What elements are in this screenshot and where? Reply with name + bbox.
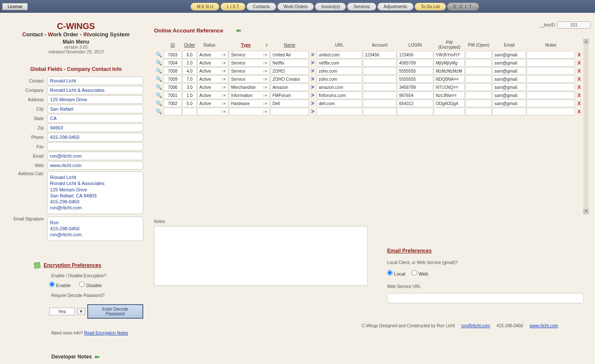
magnify-icon[interactable]: 🔍	[154, 91, 163, 99]
cell-email[interactable]	[492, 108, 526, 115]
exit-button[interactable]: E X I T	[447, 3, 479, 11]
cell-account[interactable]	[363, 59, 397, 67]
cell-notes[interactable]	[527, 83, 575, 91]
require-password-select[interactable]: Yes	[49, 308, 75, 315]
goto-icon[interactable]: >	[309, 59, 316, 67]
magnify-icon[interactable]: 🔍	[154, 67, 163, 75]
cell-pw-open[interactable]	[465, 108, 492, 115]
delete-icon[interactable]: X	[575, 108, 583, 115]
web-radio[interactable]	[411, 270, 417, 276]
state-input[interactable]	[47, 114, 143, 123]
cell-account[interactable]	[363, 83, 397, 91]
cell-pw-enc[interactable]: NDQ0NA==	[434, 75, 465, 83]
cell-id[interactable]: 7002	[163, 100, 182, 107]
company-input[interactable]	[47, 86, 143, 94]
cell-id[interactable]: 7003	[163, 51, 182, 59]
col-email[interactable]: Email	[492, 39, 526, 50]
cell-status[interactable]: Active	[197, 59, 228, 67]
cell-email[interactable]: sam@gmail.	[492, 100, 526, 107]
cell-pw-open[interactable]	[465, 67, 492, 75]
cell-notes[interactable]	[527, 59, 575, 67]
cell-id[interactable]: 7004	[163, 59, 182, 67]
encryption-prefs-heading[interactable]: Encryption Preferences	[44, 262, 101, 268]
cell-email[interactable]: sam@gmail.	[492, 91, 526, 99]
list-button[interactable]: L I S T	[220, 3, 246, 11]
goto-icon[interactable]: >	[309, 83, 316, 91]
col-pw-open[interactable]: PW (Open)	[465, 39, 492, 50]
zip-input[interactable]	[47, 123, 143, 132]
delete-icon[interactable]: X	[575, 100, 583, 107]
cell-pw-open[interactable]	[465, 100, 492, 107]
adjustments-button[interactable]: Adjustments	[377, 3, 414, 11]
cell-pw-enc[interactable]: YWJhYmFiY	[434, 51, 465, 59]
web-input[interactable]	[47, 161, 143, 170]
arrow-left-icon[interactable]: ⇐	[236, 27, 241, 34]
col-type[interactable]: Type	[229, 39, 263, 50]
delete-icon[interactable]: X	[575, 51, 583, 59]
cell-account[interactable]	[363, 75, 397, 83]
cell-email[interactable]: sam@gmail.	[492, 67, 526, 75]
cell-type[interactable]: Merchandise	[229, 83, 270, 91]
developer-notes-heading[interactable]: Developer Notes ⇐	[51, 353, 143, 360]
cell-name[interactable]: ZOHO	[270, 67, 309, 75]
services-button[interactable]: Services	[347, 3, 376, 11]
cell-name[interactable]	[270, 108, 309, 115]
cell-status[interactable]	[197, 108, 228, 115]
cell-name[interactable]: Netflix	[270, 59, 309, 67]
cell-notes[interactable]	[527, 108, 575, 115]
goto-icon[interactable]: >	[309, 67, 316, 75]
cell-notes[interactable]	[527, 91, 575, 99]
cell-notes[interactable]	[527, 100, 575, 107]
col-account[interactable]: Account	[363, 39, 397, 50]
cell-order[interactable]: 3.0	[182, 83, 197, 91]
cell-order[interactable]: 5.0	[182, 100, 197, 107]
delete-icon[interactable]: X	[575, 91, 583, 99]
magnify-icon[interactable]: 🔍	[154, 108, 163, 115]
cell-url[interactable]: zoho.com	[317, 67, 362, 75]
sort-down-icon[interactable]: ⇓	[265, 43, 268, 47]
cell-type[interactable]: Service	[229, 59, 270, 67]
email-sig-field[interactable]: Ron 415-298-0450 ron@rlicht.com	[47, 217, 143, 241]
cell-login[interactable]	[397, 108, 433, 115]
col-pw-enc[interactable]: PW (Encrypted)	[434, 39, 465, 50]
license-button[interactable]: License	[2, 3, 28, 10]
cell-id[interactable]: 7001	[163, 91, 182, 99]
cell-pw-open[interactable]	[465, 51, 492, 59]
cell-account[interactable]: 123456	[363, 51, 397, 59]
cell-type[interactable]: Service	[229, 51, 270, 59]
cell-order[interactable]: 7.0	[182, 75, 197, 83]
web-radio-label[interactable]: Web	[411, 270, 428, 276]
cell-login[interactable]: 3456789	[397, 83, 433, 91]
cell-name[interactable]: FMForum	[270, 91, 309, 99]
cell-status[interactable]: Active	[197, 67, 228, 75]
goto-icon[interactable]: >	[309, 51, 316, 59]
cell-notes[interactable]	[527, 67, 575, 75]
cell-login[interactable]: 5555555	[397, 67, 433, 75]
cell-url[interactable]: amazon.com	[317, 83, 362, 91]
cell-login[interactable]: 987654	[397, 91, 433, 99]
notes-textarea[interactable]	[154, 226, 368, 286]
address-input[interactable]	[47, 95, 143, 104]
scroll-down-icon[interactable]: ▼	[583, 209, 589, 214]
magnify-icon[interactable]: 🔍	[154, 75, 163, 83]
cell-notes[interactable]	[527, 51, 575, 59]
delete-icon[interactable]: X	[575, 75, 583, 83]
local-radio-label[interactable]: Local	[387, 270, 405, 276]
cell-notes[interactable]	[527, 75, 575, 83]
cell-name[interactable]: Dell	[270, 100, 309, 107]
magnify-icon[interactable]: 🔍	[154, 59, 163, 67]
cell-login[interactable]: 4565789	[397, 59, 433, 67]
cell-pw-enc[interactable]: MjIyMjIyMg	[434, 59, 465, 67]
delete-icon[interactable]: X	[575, 59, 583, 67]
contacts-button[interactable]: Contacts	[246, 3, 276, 11]
work-orders-button[interactable]: Work Orders	[277, 3, 314, 11]
cell-email[interactable]: sam@gmail.	[492, 83, 526, 91]
web-service-url-input[interactable]	[387, 293, 584, 303]
cell-status[interactable]: Active	[197, 51, 228, 59]
cell-name[interactable]: ZOHO Creator	[270, 75, 309, 83]
cell-id[interactable]: 7006	[163, 83, 182, 91]
cell-login[interactable]: 5555555	[397, 75, 433, 83]
dropdown-caret-icon[interactable]: ▼	[77, 308, 85, 315]
cell-account[interactable]	[363, 67, 397, 75]
local-radio[interactable]	[387, 270, 393, 276]
